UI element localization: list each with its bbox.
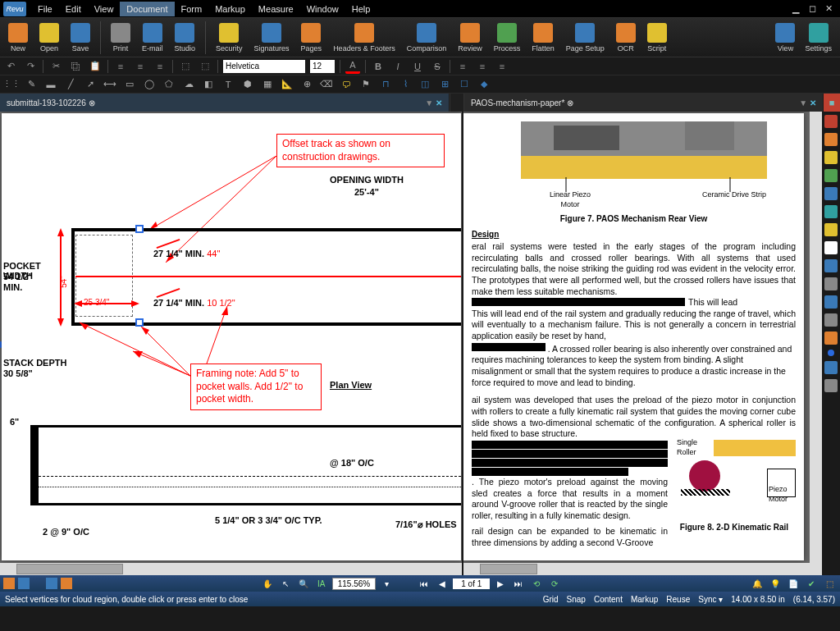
symbol2-icon[interactable]: ⌇ (397, 77, 413, 92)
strip-tool-3[interactable] (824, 151, 838, 164)
ribbon-page-setup[interactable]: Page Setup (561, 23, 609, 53)
highlighter-icon[interactable]: ▬ (43, 77, 59, 92)
dimension-icon[interactable]: ⟷ (102, 77, 118, 92)
page-number[interactable]: 1 of 1 (453, 578, 490, 589)
strip-tool-10[interactable] (824, 313, 838, 327)
callout-offset-track[interactable]: Offset track as shown on construction dr… (276, 134, 445, 167)
pen-icon[interactable]: ✎ (23, 77, 39, 92)
tab-dropdown-icon[interactable]: ▼ (425, 98, 433, 107)
nav-thumb2-icon[interactable] (18, 578, 30, 589)
polygon-icon[interactable]: ⬠ (161, 77, 177, 92)
pan-icon[interactable]: ✋ (260, 577, 275, 590)
nav-tool2-icon[interactable]: 💡 (768, 577, 783, 590)
underline-icon[interactable]: U (410, 59, 425, 74)
ribbon-review[interactable]: Review (453, 23, 487, 53)
bold-icon[interactable]: B (371, 59, 386, 74)
nav-thumb1-icon[interactable] (3, 578, 15, 589)
strip-tool-9[interactable] (824, 295, 838, 309)
status-sync[interactable]: Sync ▾ (698, 595, 723, 604)
tab-close-icon[interactable]: ⊗ (567, 98, 573, 107)
menu-measure[interactable]: Measure (252, 2, 300, 16)
ribbon-view[interactable]: View (770, 23, 800, 53)
zoom-dropdown-icon[interactable]: ▾ (379, 577, 394, 590)
strip-tool-5[interactable] (824, 187, 838, 200)
font-family-input[interactable] (223, 60, 305, 73)
text-align-center-icon[interactable]: ≡ (475, 59, 490, 74)
symbol4-icon[interactable]: ⊞ (436, 77, 453, 92)
strike-icon[interactable]: S (430, 59, 445, 74)
nav-tool4-icon[interactable]: ✔ (804, 577, 819, 590)
right-document-pane[interactable]: Linear Piezo Motor Ceramic Drive Strip F… (463, 112, 822, 575)
tab-close-icon[interactable]: ✕ (810, 98, 816, 107)
close-icon[interactable]: ✕ (825, 3, 837, 15)
status-snap[interactable]: Snap (567, 595, 586, 604)
cut-icon[interactable]: ✂ (48, 59, 63, 74)
copy-icon[interactable]: ⿻ (68, 59, 83, 74)
note-icon[interactable]: 🗩 (338, 77, 354, 92)
ribbon-headers-footers[interactable]: Headers & Footers (328, 23, 400, 53)
status-content[interactable]: Content (594, 595, 623, 604)
font-color-icon[interactable]: A (345, 59, 360, 74)
ribbon-open[interactable]: Open (34, 23, 64, 53)
callout-framing-note[interactable]: Framing note: Add 5" to pocket walls. Ad… (190, 364, 322, 410)
strip-tool-1[interactable] (824, 115, 838, 128)
prev-view-icon[interactable]: ⟲ (529, 577, 544, 590)
text-icon[interactable]: T (220, 77, 236, 92)
align-right-icon[interactable]: ≡ (153, 59, 167, 74)
italic-icon[interactable]: I (390, 59, 405, 74)
text-align-right-icon[interactable]: ≡ (495, 59, 509, 74)
ellipse-icon[interactable]: ◯ (141, 77, 158, 92)
ribbon-new[interactable]: New (3, 23, 33, 53)
ribbon-security[interactable]: Security (211, 23, 248, 53)
menu-document[interactable]: Document (120, 2, 174, 16)
first-page-icon[interactable]: ⏮ (417, 577, 431, 590)
nav-tool1-icon[interactable]: 🔔 (750, 577, 765, 590)
status-markup[interactable]: Markup (631, 595, 658, 604)
right-v-scrollbar[interactable] (810, 112, 822, 563)
minimize-icon[interactable]: ▁ (792, 3, 804, 15)
next-view-icon[interactable]: ⟳ (547, 577, 562, 590)
eraser-icon[interactable]: ⌫ (318, 77, 335, 92)
strip-tool-12[interactable] (824, 361, 838, 374)
tab-dropdown-icon[interactable]: ▼ (799, 98, 807, 107)
menu-file[interactable]: File (31, 2, 59, 16)
strip-tool-13[interactable] (824, 379, 838, 392)
arrow-icon[interactable]: ➚ (82, 77, 98, 92)
ribbon-settings[interactable]: Settings (800, 23, 837, 53)
menu-view[interactable]: View (88, 2, 121, 16)
cloud-icon[interactable]: ☁ (180, 77, 197, 92)
tab-submittal[interactable]: submittal-193-102226 ⊗ ▼ ✕ (0, 94, 450, 112)
nav-tool5-icon[interactable]: ⬚ (822, 577, 837, 590)
ribbon-email[interactable]: E-mail (137, 23, 168, 53)
zoom-level[interactable]: 115.56% (332, 578, 376, 590)
maximize-icon[interactable]: ◻ (809, 3, 820, 15)
pin-icon[interactable]: ⊗ (89, 98, 95, 107)
paste-icon[interactable]: 📋 (88, 59, 103, 74)
right-h-scrollbar[interactable] (463, 563, 822, 575)
ribbon-print[interactable]: Print (106, 23, 135, 53)
select-icon[interactable]: ↖ (278, 577, 293, 590)
menu-markup[interactable]: Markup (208, 2, 252, 16)
font-size-input[interactable] (310, 60, 335, 73)
undo-icon[interactable]: ↶ (3, 59, 18, 74)
measure-icon[interactable]: 📐 (279, 77, 295, 92)
strip-tool-8[interactable] (824, 277, 838, 290)
left-document-pane[interactable]: OPENING WIDTH 25'-4" Offset track as sho… (0, 112, 463, 575)
grip-icon[interactable]: ⋮⋮ (3, 77, 20, 92)
symbol3-icon[interactable]: ◫ (417, 77, 433, 92)
tab-add-icon[interactable]: ■ (824, 94, 840, 112)
strip-tool-11[interactable] (824, 332, 838, 345)
text-align-left-icon[interactable]: ≡ (455, 59, 470, 74)
strip-tool-7[interactable] (824, 259, 838, 272)
strip-erase-icon[interactable] (824, 241, 838, 254)
tab-paos-paper[interactable]: PAOS-mechanism-paper* ⊗ ▼ ✕ (464, 94, 824, 112)
ribbon-process[interactable]: Process (489, 23, 526, 53)
ribbon-comparison[interactable]: Comparison (402, 23, 452, 53)
nav-layout2-icon[interactable] (61, 578, 72, 589)
ribbon-signatures[interactable]: Signatures (249, 23, 294, 53)
align-left-icon[interactable]: ≡ (113, 59, 128, 74)
nav-layout1-icon[interactable] (46, 578, 57, 589)
symbol6-icon[interactable]: ◆ (476, 77, 492, 92)
status-reuse[interactable]: Reuse (666, 595, 690, 604)
markup-handle-1[interactable] (135, 225, 144, 233)
